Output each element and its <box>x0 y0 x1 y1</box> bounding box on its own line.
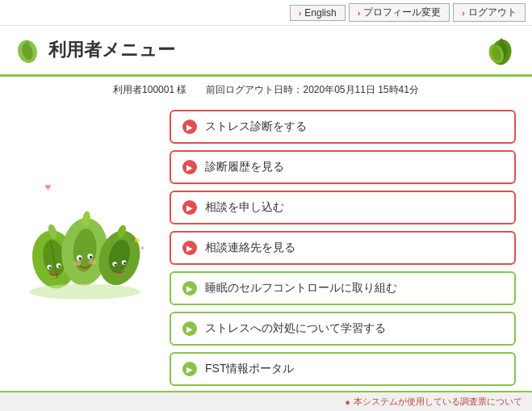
fst-portal-label: FST情報ポータル <box>205 361 294 377</box>
main-content: ♥ <box>0 110 532 386</box>
sleep-control-label: 睡眠のセルフコントロールに取り組む <box>205 280 397 296</box>
leaf-icon-left <box>13 36 42 65</box>
user-info-text: 利用者100001 様 前回ログアウト日時：2020年05月11日 15時41分 <box>113 84 419 95</box>
svg-point-12 <box>49 266 52 269</box>
menu-buttons: ▶ ストレス診断をする ▶ 診断履歴を見る ▶ 相談を申し込む ▶ 相談連絡先を… <box>170 110 516 386</box>
profile-label: プロフィール変更 <box>363 6 441 19</box>
logout-label: ログアウト <box>468 6 517 19</box>
header-left: 利用者メニュー <box>13 36 175 65</box>
fst-portal-arrow-icon: ▶ <box>182 362 197 376</box>
sleep-control-button[interactable]: ▶ 睡眠のセルフコントロールに取り組む <box>170 271 516 305</box>
svg-point-31 <box>29 284 140 300</box>
profile-button[interactable]: › プロフィール変更 <box>349 3 450 22</box>
survey-link-text: 本システムが使用している調査票について <box>354 396 522 408</box>
svg-point-22 <box>73 261 82 266</box>
diagnosis-history-arrow-icon: ▶ <box>182 160 197 174</box>
english-arrow-icon: › <box>299 8 302 18</box>
svg-point-20 <box>90 256 92 258</box>
svg-point-33 <box>141 246 145 250</box>
stress-learning-arrow-icon: ▶ <box>182 321 197 336</box>
diagnosis-history-label: 診断履歴を見る <box>205 159 284 175</box>
fst-portal-button[interactable]: ▶ FST情報ポータル <box>170 352 516 386</box>
survey-link[interactable]: ● 本システムが使用している調査票について <box>345 396 522 408</box>
leaf-icon-right <box>484 32 519 68</box>
user-info: 利用者100001 様 前回ログアウト日時：2020年05月11日 15時41分 <box>0 77 532 103</box>
consultation-apply-arrow-icon: ▶ <box>182 200 197 215</box>
svg-point-32 <box>135 238 140 243</box>
stress-diagnosis-arrow-icon: ▶ <box>182 120 197 134</box>
svg-point-28 <box>115 264 117 266</box>
stress-diagnosis-label: ストレス診断をする <box>205 119 307 135</box>
logout-arrow-icon: › <box>462 8 465 18</box>
consultation-contact-button[interactable]: ▶ 相談連絡先を見る <box>170 231 516 265</box>
top-bar: › English › プロフィール変更 › ログアウト <box>0 0 532 26</box>
consultation-apply-label: 相談を申し込む <box>205 199 284 216</box>
consultation-apply-button[interactable]: ▶ 相談を申し込む <box>170 191 516 224</box>
mascot-svg: ♥ <box>20 167 149 329</box>
english-label: English <box>304 7 336 19</box>
svg-text:♥: ♥ <box>44 181 51 193</box>
svg-point-29 <box>124 262 126 265</box>
stress-diagnosis-button[interactable]: ▶ ストレス診断をする <box>170 110 516 144</box>
header: 利用者メニュー <box>0 26 532 77</box>
profile-arrow-icon: › <box>358 8 361 18</box>
consultation-contact-arrow-icon: ▶ <box>182 241 197 255</box>
svg-point-19 <box>79 258 82 260</box>
svg-point-23 <box>89 259 97 264</box>
mascot-illustration: ♥ <box>16 110 153 386</box>
logout-button[interactable]: › ログアウト <box>453 3 526 22</box>
english-button[interactable]: › English <box>290 5 346 21</box>
page-title: 利用者メニュー <box>48 38 175 62</box>
sleep-control-arrow-icon: ▶ <box>182 281 197 296</box>
bottom-bar: ● 本システムが使用している調査票について <box>0 391 532 411</box>
svg-point-13 <box>58 265 61 267</box>
survey-link-icon: ● <box>345 397 350 407</box>
consultation-contact-label: 相談連絡先を見る <box>205 240 295 256</box>
stress-learning-label: ストレスへの対処について学習する <box>205 321 386 337</box>
stress-learning-button[interactable]: ▶ ストレスへの対処について学習する <box>170 312 516 346</box>
diagnosis-history-button[interactable]: ▶ 診断履歴を見る <box>170 150 516 184</box>
